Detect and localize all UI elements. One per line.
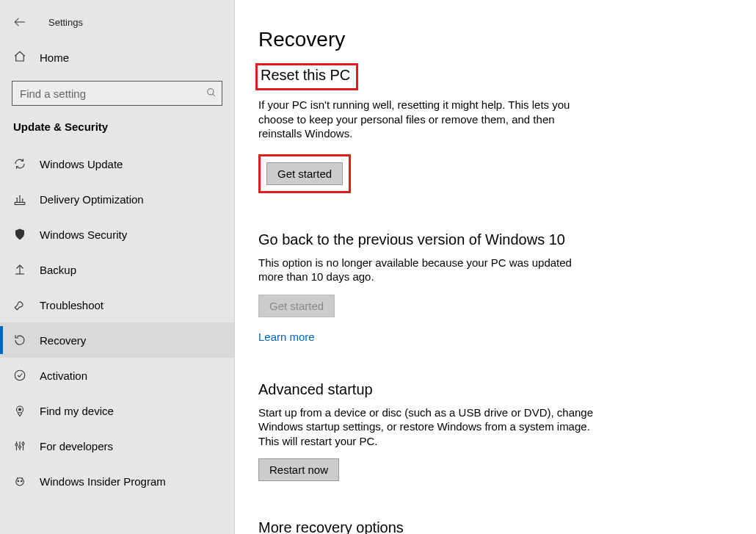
sync-icon <box>13 157 26 170</box>
sidebar-item-label: For developers <box>40 440 113 452</box>
sidebar-item-label: Find my device <box>40 405 114 417</box>
section-go-back: Go back to the previous version of Windo… <box>258 231 727 343</box>
home-label: Home <box>40 51 69 64</box>
app-title: Settings <box>48 17 83 28</box>
sidebar-item-activation[interactable]: Activation <box>0 358 234 393</box>
svg-point-14 <box>19 408 21 411</box>
nav-list: Windows Update Delivery Optimization Win… <box>0 146 234 499</box>
sidebar-item-find-my-device[interactable]: Find my device <box>0 393 234 428</box>
svg-point-16 <box>15 444 18 446</box>
svg-point-21 <box>16 478 24 486</box>
get-started-button[interactable]: Get started <box>266 162 343 185</box>
location-icon <box>13 404 26 417</box>
sidebar-item-label: Troubleshoot <box>40 299 103 311</box>
section-title: Advanced startup <box>258 381 727 398</box>
check-circle-icon <box>13 369 26 382</box>
svg-rect-3 <box>15 203 25 205</box>
section-reset-this-pc: Reset this PC If your PC isn't running w… <box>258 65 727 193</box>
sidebar-item-backup[interactable]: Backup <box>0 252 234 287</box>
section-title: Go back to the previous version of Windo… <box>258 231 727 248</box>
sidebar: Settings Home Update & Security Wind <box>0 0 235 534</box>
sidebar-item-label: Activation <box>40 369 87 382</box>
search-box[interactable] <box>12 81 222 106</box>
developer-icon <box>13 439 26 452</box>
section-description: This option is no longer available becau… <box>258 256 596 284</box>
sidebar-item-troubleshoot[interactable]: Troubleshoot <box>0 287 234 322</box>
svg-point-23 <box>21 480 23 482</box>
svg-point-22 <box>18 480 19 482</box>
sidebar-item-label: Backup <box>40 264 76 276</box>
search-input[interactable] <box>12 83 201 104</box>
page-title: Recovery <box>258 28 727 51</box>
search-icon <box>201 87 222 100</box>
annotation-reset-title: Reset this PC <box>255 63 358 90</box>
section-title: Reset this PC <box>261 67 350 84</box>
go-back-get-started-button: Get started <box>258 295 335 317</box>
sidebar-item-label: Windows Insider Program <box>40 475 166 488</box>
home-nav[interactable]: Home <box>0 41 234 73</box>
section-title: More recovery options <box>258 519 727 534</box>
main-content: Recovery Reset this PC If your PC isn't … <box>235 0 756 534</box>
sidebar-header: Settings <box>0 3 234 41</box>
sidebar-item-label: Windows Security <box>40 228 127 241</box>
sidebar-item-windows-insider-program[interactable]: Windows Insider Program <box>0 463 234 499</box>
sidebar-item-label: Recovery <box>40 334 86 347</box>
svg-point-1 <box>208 88 214 94</box>
learn-more-link[interactable]: Learn more <box>258 331 315 343</box>
delivery-icon <box>13 192 26 206</box>
section-description: If your PC isn't running well, resetting… <box>258 98 596 141</box>
section-more-recovery-options: More recovery options <box>258 519 727 534</box>
svg-point-12 <box>15 370 25 380</box>
annotation-get-started: Get started <box>258 154 351 193</box>
back-icon[interactable] <box>13 15 26 29</box>
svg-line-2 <box>213 93 215 95</box>
home-icon <box>13 50 26 65</box>
wrench-icon <box>13 298 26 311</box>
sidebar-item-label: Delivery Optimization <box>40 193 144 206</box>
sidebar-item-delivery-optimization[interactable]: Delivery Optimization <box>0 181 234 217</box>
sidebar-item-recovery[interactable]: Recovery <box>0 322 234 358</box>
backup-icon <box>13 263 26 276</box>
sidebar-item-windows-security[interactable]: Windows Security <box>0 217 234 252</box>
insider-icon <box>13 475 26 488</box>
svg-point-18 <box>19 446 21 448</box>
sidebar-item-for-developers[interactable]: For developers <box>0 428 234 463</box>
restart-now-button[interactable]: Restart now <box>258 458 339 481</box>
section-description: Start up from a device or disc (such as … <box>258 405 596 449</box>
sidebar-item-windows-update[interactable]: Windows Update <box>0 146 234 181</box>
sidebar-item-label: Windows Update <box>40 158 123 170</box>
recovery-icon <box>13 333 26 347</box>
svg-point-20 <box>22 443 24 445</box>
category-title: Update & Security <box>0 116 234 146</box>
shield-icon <box>13 228 26 241</box>
section-advanced-startup: Advanced startup Start up from a device … <box>258 381 727 482</box>
